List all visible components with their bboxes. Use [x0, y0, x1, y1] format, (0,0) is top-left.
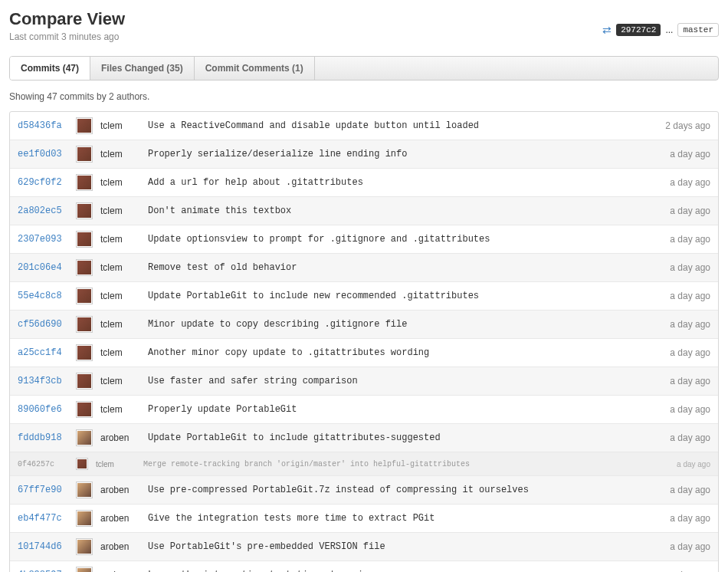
avatar[interactable]	[76, 482, 93, 498]
commit-author[interactable]: tclem	[100, 149, 140, 159]
base-ref-badge[interactable]: 29727c2	[616, 24, 661, 36]
commit-sha[interactable]: 0f46257c	[18, 460, 68, 468]
commit-message[interactable]: Don't animate this textbox	[148, 205, 662, 216]
commit-time: a day ago	[670, 432, 710, 443]
commit-row[interactable]: d58436fatclemUse a ReactiveCommand and d…	[10, 112, 718, 140]
commit-time: a day ago	[670, 347, 710, 358]
commit-sha[interactable]: d58436fa	[18, 120, 68, 131]
commit-row[interactable]: 2307e093tclemUpdate optionsview to promp…	[10, 225, 718, 254]
commit-sha[interactable]: eb4f477c	[18, 513, 68, 524]
commit-author[interactable]: aroben	[100, 541, 140, 552]
commit-message[interactable]: Minor update to copy describing .gitigno…	[148, 319, 662, 330]
commit-row[interactable]: 101744d6arobenUse PortableGit's pre-embe…	[10, 533, 718, 561]
commit-message[interactable]: Merge remote-tracking branch 'origin/mas…	[143, 460, 669, 468]
avatar[interactable]	[76, 567, 93, 572]
commit-sha[interactable]: 2307e093	[18, 234, 68, 245]
commit-message[interactable]: Properly serialize/deserialize line endi…	[148, 149, 662, 159]
commit-author[interactable]: tclem	[100, 177, 140, 188]
commit-sha[interactable]: 201c06e4	[18, 262, 68, 273]
commit-row[interactable]: 629cf0f2tclemAdd a url for help about .g…	[10, 169, 718, 197]
commit-author[interactable]: tclem	[96, 460, 136, 468]
commit-message[interactable]: Add a url for help about .gitattributes	[148, 177, 662, 188]
commit-row[interactable]: ee1f0d03tclemProperly serialize/deserial…	[10, 140, 718, 169]
commit-time: 2 days ago	[665, 120, 710, 131]
commit-time: a day ago	[670, 485, 710, 495]
commit-author[interactable]: tclem	[100, 120, 140, 131]
avatar[interactable]	[76, 288, 93, 304]
commit-author[interactable]: aroben	[100, 485, 140, 495]
commit-author[interactable]: tclem	[100, 234, 140, 245]
commit-row[interactable]: 67ff7e90arobenUse pre-compressed Portabl…	[10, 476, 718, 505]
commit-time: a day ago	[670, 291, 710, 301]
commit-sha[interactable]: ee1f0d03	[18, 149, 68, 159]
commit-author[interactable]: aroben	[100, 513, 140, 524]
commit-sha[interactable]: 89060fe6	[18, 404, 68, 415]
avatar[interactable]	[76, 373, 93, 390]
avatar[interactable]	[76, 316, 93, 333]
tab[interactable]: Files Changed (35)	[90, 57, 195, 80]
commit-author[interactable]: tclem	[100, 205, 140, 216]
commit-author[interactable]: tclem	[100, 262, 140, 273]
commit-message[interactable]: Update optionsview to prompt for .gitign…	[148, 234, 662, 245]
tab[interactable]: Commit Comments (1)	[195, 57, 315, 80]
commit-author[interactable]: tclem	[100, 376, 140, 386]
commit-sha[interactable]: cf56d690	[18, 319, 68, 330]
commit-message[interactable]: Use a ReactiveCommand and disable update…	[148, 120, 657, 131]
commit-row[interactable]: 4b838597arobenLower the integration test…	[10, 561, 718, 572]
tab[interactable]: Commits (47)	[10, 57, 90, 80]
avatar[interactable]	[76, 510, 93, 527]
commit-row[interactable]: 55e4c8c8tclemUpdate PortableGit to inclu…	[10, 282, 718, 311]
avatar[interactable]	[76, 174, 93, 191]
commit-message[interactable]: Update PortableGit to include gitattribu…	[148, 432, 662, 443]
avatar[interactable]	[76, 146, 93, 163]
commit-row[interactable]: 89060fe6tclemProperly update PortableGit…	[10, 396, 718, 424]
commit-message[interactable]: Use pre-compressed PortableGit.7z instea…	[148, 485, 662, 495]
commit-sha[interactable]: 2a802ec5	[18, 205, 68, 216]
avatar[interactable]	[76, 538, 93, 555]
commit-author[interactable]: tclem	[100, 319, 140, 330]
commit-message[interactable]: Give the integration tests more time to …	[148, 513, 662, 524]
commit-row[interactable]: a25cc1f4tclemAnother minor copy update t…	[10, 339, 718, 367]
commit-sha[interactable]: 67ff7e90	[18, 485, 68, 495]
commit-sha[interactable]: 55e4c8c8	[18, 291, 68, 301]
commit-message[interactable]: Use faster and safer string comparison	[148, 376, 662, 386]
commit-sha[interactable]: 9134f3cb	[18, 376, 68, 386]
commit-sha[interactable]: fdddb918	[18, 432, 68, 443]
commit-row[interactable]: 201c06e4tclemRemove test of old behavior…	[10, 254, 718, 282]
avatar[interactable]	[76, 458, 88, 470]
commit-message[interactable]: Properly update PortableGit	[148, 404, 662, 415]
avatar[interactable]	[76, 117, 93, 134]
commit-row[interactable]: 2a802ec5tclemDon't animate this textboxa…	[10, 197, 718, 225]
commit-row[interactable]: eb4f477carobenGive the integration tests…	[10, 505, 718, 533]
commit-message[interactable]: Use PortableGit's pre-embedded VERSION f…	[148, 541, 662, 552]
commit-author[interactable]: tclem	[100, 347, 140, 358]
avatar[interactable]	[76, 344, 93, 361]
tabs-bar: Commits (47)Files Changed (35)Commit Com…	[9, 56, 719, 81]
avatar[interactable]	[76, 202, 93, 219]
commit-author[interactable]: tclem	[100, 404, 140, 415]
swap-icon[interactable]: ⇄	[602, 24, 612, 36]
head-ref-badge[interactable]: master	[677, 23, 719, 37]
commit-author[interactable]: tclem	[100, 291, 140, 301]
commit-author[interactable]: aroben	[100, 432, 140, 443]
avatar[interactable]	[76, 259, 93, 276]
commit-row[interactable]: cf56d690tclemMinor update to copy descri…	[10, 311, 718, 339]
commit-time: a day ago	[670, 177, 710, 188]
commit-time: a day ago	[670, 234, 710, 245]
commit-message[interactable]: Remove test of old behavior	[148, 262, 662, 273]
commit-row[interactable]: fdddb918arobenUpdate PortableGit to incl…	[10, 424, 718, 452]
avatar[interactable]	[76, 231, 93, 248]
commit-time: a day ago	[670, 513, 710, 524]
avatar[interactable]	[76, 401, 93, 418]
avatar[interactable]	[76, 429, 93, 446]
commit-sha[interactable]: a25cc1f4	[18, 347, 68, 358]
last-commit-time: Last commit 3 minutes ago	[9, 31, 125, 42]
commit-sha[interactable]: 101744d6	[18, 541, 68, 552]
commit-message[interactable]: Another minor copy update to .gitattribu…	[148, 347, 662, 358]
commit-sha[interactable]: 629cf0f2	[18, 177, 68, 188]
commit-row[interactable]: 9134f3cbtclemUse faster and safer string…	[10, 367, 718, 396]
commit-message[interactable]: Update PortableGit to include new recomm…	[148, 291, 662, 301]
compare-refs: ⇄ 29727c2 ... master	[602, 23, 719, 37]
commit-time: a day ago	[677, 460, 710, 468]
commit-row[interactable]: 0f46257ctclemMerge remote-tracking branc…	[10, 452, 718, 476]
